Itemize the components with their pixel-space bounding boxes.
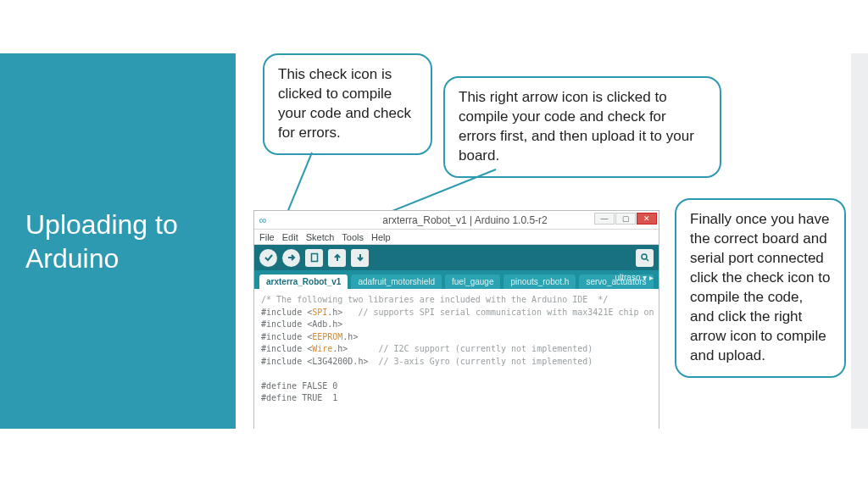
serial-monitor-button[interactable] <box>636 249 654 267</box>
code-line: #include <L3G4200D.h> <box>261 357 368 366</box>
check-icon <box>264 252 274 263</box>
slide: Uploading to Arduino This check icon is … <box>0 0 868 488</box>
slide-title: Uploading to Arduino <box>0 208 236 275</box>
callout-upload: This right arrow icon is clicked to comp… <box>443 76 721 178</box>
window-buttons: — ▢ ✕ <box>594 213 657 225</box>
arrow-right-icon <box>287 252 297 263</box>
tab-active[interactable]: arxterra_Robot_v1 <box>259 274 348 289</box>
titlebar: arxterra_Robot_v1 | Arduino 1.0.5-r2 — ▢… <box>254 211 659 230</box>
code-line: #include <Adb.h> <box>261 319 342 329</box>
menu-help[interactable]: Help <box>371 232 391 242</box>
tab-bar: arxterra_Robot_v1 adafruit_motorshield f… <box>254 270 659 289</box>
file-icon <box>309 252 320 263</box>
verify-button[interactable] <box>259 249 277 267</box>
code-line: /* The following two libraries are inclu… <box>261 295 608 304</box>
new-sketch-button[interactable] <box>305 249 323 267</box>
tab-item[interactable]: adafruit_motorshield <box>351 274 442 289</box>
callout-verify: This check icon is clicked to compile yo… <box>263 53 432 155</box>
toolbar <box>254 245 659 270</box>
menu-file[interactable]: File <box>259 232 275 242</box>
tab-item[interactable]: pinouts_robot.h <box>504 274 576 289</box>
minimize-button[interactable]: — <box>594 213 615 225</box>
tabs-overflow[interactable]: ultraso ▾ ▸ <box>615 273 654 282</box>
callout-summary: Finally once you have the correct board … <box>675 198 846 378</box>
arduino-logo-icon <box>254 214 271 226</box>
save-sketch-button[interactable] <box>351 249 369 267</box>
arrow-down-icon <box>355 252 365 263</box>
code-line: #define FALSE 0 <box>261 381 337 391</box>
code-editor[interactable]: /* The following two libraries are inclu… <box>254 289 659 429</box>
code-line: #include <Wire.h> <box>261 344 348 353</box>
upload-button[interactable] <box>282 249 300 267</box>
svg-line-4 <box>646 259 648 262</box>
magnifier-icon <box>640 252 650 263</box>
arduino-window: arxterra_Robot_v1 | Arduino 1.0.5-r2 — ▢… <box>253 210 659 429</box>
close-button[interactable]: ✕ <box>637 213 657 225</box>
code-line: #include <EEPROM.h> <box>261 332 358 341</box>
open-sketch-button[interactable] <box>328 249 346 267</box>
svg-rect-2 <box>311 254 317 262</box>
menu-sketch[interactable]: Sketch <box>306 232 335 242</box>
maximize-button[interactable]: ▢ <box>615 213 636 225</box>
arrow-up-icon <box>332 252 342 263</box>
code-line: #define TRUE 1 <box>261 393 337 402</box>
svg-point-3 <box>642 254 647 259</box>
right-gutter <box>851 53 868 429</box>
menu-bar: File Edit Sketch Tools Help <box>254 230 659 245</box>
code-line: #include <SPI.h> <box>261 308 342 317</box>
side-panel: Uploading to Arduino <box>0 53 236 429</box>
menu-edit[interactable]: Edit <box>282 232 298 242</box>
menu-tools[interactable]: Tools <box>342 232 364 242</box>
tab-item[interactable]: fuel_gauge <box>445 274 501 289</box>
